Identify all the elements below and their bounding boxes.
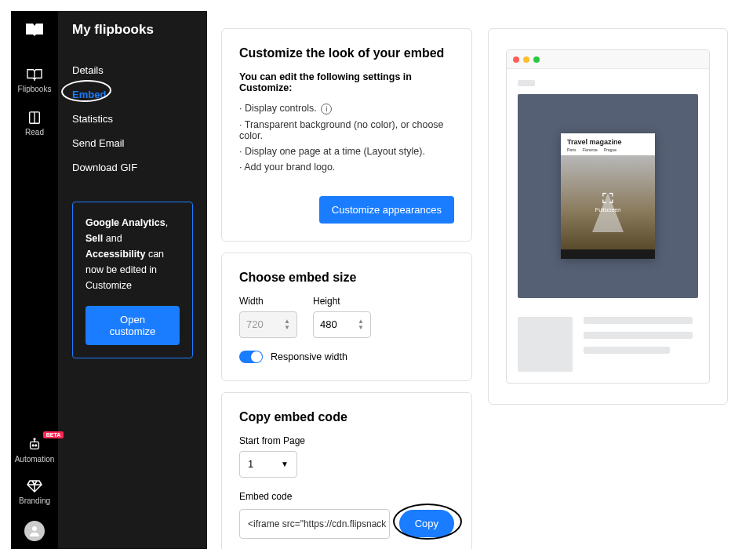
svg-point-3 bbox=[32, 445, 34, 446]
rail-automation[interactable]: BETA Automation bbox=[15, 438, 55, 464]
nav-rail: Flipbooks Read BETA Automation Branding bbox=[11, 11, 58, 549]
info-icon[interactable]: i bbox=[321, 104, 332, 115]
window-min-icon bbox=[523, 56, 529, 63]
start-page-label: Start from Page bbox=[239, 435, 454, 446]
rail-flipbooks[interactable]: Flipbooks bbox=[18, 67, 52, 93]
sidebar-item-embed[interactable]: Embed bbox=[72, 82, 193, 107]
copy-button[interactable]: Copy bbox=[399, 510, 454, 537]
customize-appearances-button[interactable]: Customize appearances bbox=[319, 196, 454, 224]
width-input[interactable]: 720 ▲▼ bbox=[239, 311, 297, 338]
person-icon bbox=[28, 525, 41, 537]
read-icon bbox=[26, 111, 43, 125]
sidebar-item-download-gif[interactable]: Download GIF bbox=[72, 155, 193, 180]
fullscreen-overlay: Fullscreen bbox=[595, 193, 620, 213]
customize-card: Customize the look of your embed You can… bbox=[221, 28, 472, 242]
sidebar-title: My flipbooks bbox=[72, 22, 193, 38]
sidebar: My flipbooks Details Embed Statistics Se… bbox=[58, 11, 207, 549]
skeleton-line bbox=[584, 332, 693, 339]
height-input[interactable]: 480 ▲▼ bbox=[313, 311, 371, 338]
toggle-label: Responsive width bbox=[271, 351, 347, 362]
skeleton-square bbox=[518, 317, 573, 372]
size-card: Choose embed size Width 720 ▲▼ Height 48… bbox=[221, 253, 472, 381]
magazine-cover: Travel magazine Paris Florence Prague bbox=[561, 133, 655, 259]
chevron-down-icon: ▼ bbox=[281, 460, 289, 468]
embed-code-input[interactable]: <iframe src="https://cdn.flipsnack bbox=[239, 509, 390, 539]
customize-sub: You can edit the following settings in C… bbox=[239, 71, 454, 93]
svg-point-6 bbox=[34, 438, 35, 440]
height-label: Height bbox=[313, 296, 371, 307]
fullscreen-icon bbox=[602, 193, 613, 204]
preview-card: Travel magazine Paris Florence Prague bbox=[488, 28, 728, 405]
sidebar-item-send-email[interactable]: Send Email bbox=[72, 131, 193, 155]
embed-preview: Travel magazine Paris Florence Prague bbox=[518, 94, 698, 298]
skeleton-line bbox=[518, 80, 535, 86]
size-title: Choose embed size bbox=[239, 271, 454, 285]
svg-rect-2 bbox=[31, 442, 39, 449]
avatar[interactable] bbox=[24, 521, 45, 541]
responsive-toggle[interactable] bbox=[239, 351, 263, 363]
embed-card: Copy embed code Start from Page 1 ▼ Embe… bbox=[221, 392, 472, 549]
book-icon bbox=[26, 67, 43, 82]
robot-icon bbox=[26, 438, 43, 452]
svg-point-7 bbox=[32, 526, 37, 531]
window-max-icon bbox=[533, 56, 540, 63]
window-close-icon bbox=[513, 56, 519, 63]
embed-code-label: Embed code bbox=[239, 491, 292, 502]
content: Customize the look of your embed You can… bbox=[207, 11, 742, 549]
rail-read[interactable]: Read bbox=[25, 111, 44, 136]
start-page-select[interactable]: 1 ▼ bbox=[239, 451, 297, 478]
customize-title: Customize the look of your embed bbox=[239, 46, 454, 60]
skeleton-line bbox=[584, 347, 670, 354]
stepper-icon: ▲▼ bbox=[284, 318, 290, 331]
stepper-icon: ▲▼ bbox=[358, 318, 364, 331]
rail-branding[interactable]: Branding bbox=[19, 479, 50, 505]
logo-icon bbox=[24, 22, 45, 38]
sidebar-item-statistics[interactable]: Statistics bbox=[72, 107, 193, 131]
diamond-icon bbox=[26, 479, 43, 493]
svg-point-4 bbox=[35, 445, 37, 446]
width-label: Width bbox=[239, 296, 297, 307]
embed-title: Copy embed code bbox=[239, 410, 454, 424]
info-card: Google Analytics, Sell and Accessibility… bbox=[72, 202, 193, 358]
browser-mockup: Travel magazine Paris Florence Prague bbox=[506, 49, 710, 384]
skeleton-line bbox=[584, 317, 693, 324]
beta-badge: BETA bbox=[43, 431, 64, 438]
open-customize-button[interactable]: Open customize bbox=[85, 306, 180, 345]
sidebar-item-details[interactable]: Details bbox=[72, 58, 193, 82]
